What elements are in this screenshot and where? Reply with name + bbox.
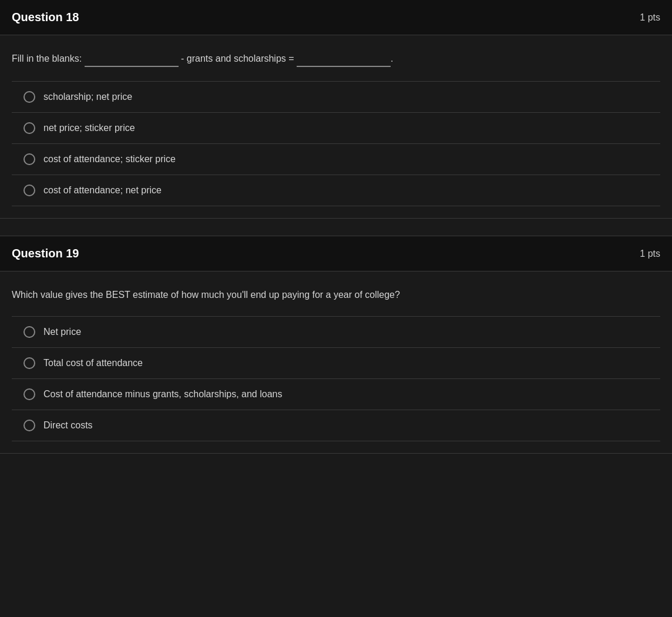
radio-q18-c[interactable]: [23, 153, 35, 165]
option-q18-d[interactable]: cost of attendance; net price: [12, 175, 660, 206]
option-q18-b-label: net price; sticker price: [43, 123, 135, 133]
question-18-text: Fill in the blanks: - grants and scholar…: [12, 52, 660, 67]
question-19-title: Question 19: [12, 247, 79, 260]
question-18-points: 1 pts: [640, 12, 660, 23]
question-18-options: scholarship; net price net price; sticke…: [12, 81, 660, 206]
question-19-header: Question 19 1 pts: [0, 236, 672, 271]
radio-q18-b[interactable]: [23, 122, 35, 134]
question-19-body: Which value gives the BEST estimate of h…: [0, 271, 672, 453]
question-18: Question 18 1 pts Fill in the blanks: - …: [0, 0, 672, 219]
option-q19-b[interactable]: Total cost of attendance: [12, 348, 660, 379]
radio-q18-a[interactable]: [23, 91, 35, 103]
option-q19-d[interactable]: Direct costs: [12, 410, 660, 441]
radio-q19-d[interactable]: [23, 420, 35, 431]
question-18-header: Question 18 1 pts: [0, 0, 672, 35]
option-q18-a-label: scholarship; net price: [43, 92, 132, 102]
option-q19-b-label: Total cost of attendance: [43, 358, 143, 368]
option-q19-c-label: Cost of attendance minus grants, scholar…: [43, 389, 282, 400]
option-q18-c-label: cost of attendance; sticker price: [43, 154, 176, 165]
radio-q19-b[interactable]: [23, 357, 35, 369]
question-19-options: Net price Total cost of attendance Cost …: [12, 316, 660, 441]
option-q18-c[interactable]: cost of attendance; sticker price: [12, 144, 660, 175]
question-18-title: Question 18: [12, 11, 79, 24]
question-19-text: Which value gives the BEST estimate of h…: [12, 288, 660, 302]
question-18-body: Fill in the blanks: - grants and scholar…: [0, 35, 672, 218]
option-q19-d-label: Direct costs: [43, 420, 93, 431]
option-q19-c[interactable]: Cost of attendance minus grants, scholar…: [12, 379, 660, 410]
question-19-points: 1 pts: [640, 249, 660, 259]
option-q18-a[interactable]: scholarship; net price: [12, 82, 660, 113]
radio-q18-d[interactable]: [23, 185, 35, 196]
option-q18-d-label: cost of attendance; net price: [43, 185, 162, 196]
radio-q19-c[interactable]: [23, 388, 35, 400]
question-spacer: [0, 219, 672, 236]
radio-q19-a[interactable]: [23, 326, 35, 338]
option-q18-b[interactable]: net price; sticker price: [12, 113, 660, 144]
option-q19-a-label: Net price: [43, 327, 81, 337]
question-19: Question 19 1 pts Which value gives the …: [0, 236, 672, 454]
option-q19-a[interactable]: Net price: [12, 317, 660, 348]
